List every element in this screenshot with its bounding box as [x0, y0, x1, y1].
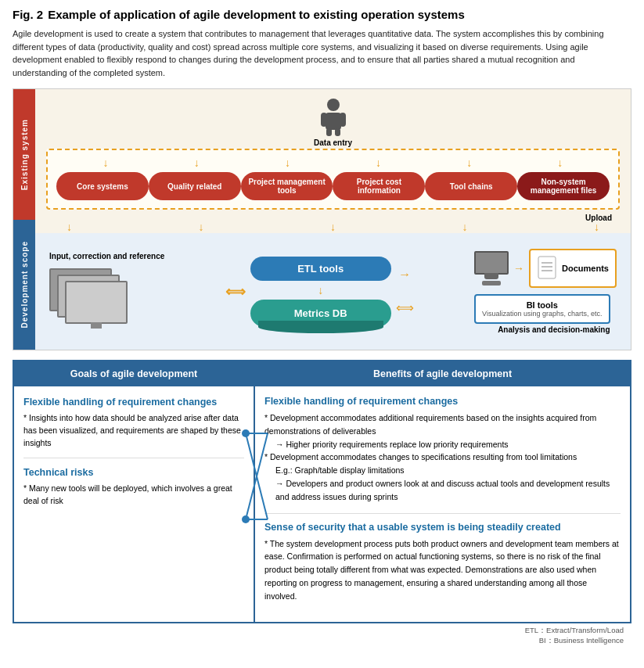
benefit-2-body: * The system development process puts bo… [264, 537, 621, 603]
benefit-item-1: Flexible handling of requirement changes… [264, 396, 621, 504]
benefits-body: Flexible handling of requirement changes… [255, 386, 630, 622]
svg-rect-1 [326, 113, 341, 130]
benefit-divider [264, 513, 621, 514]
upload-label: Upload [585, 214, 612, 222]
documents-box: Documents [529, 249, 617, 288]
figure-label: Fig. 2 [13, 8, 43, 21]
svg-rect-5 [335, 128, 340, 136]
figure-title: Fig. 2Example of application of agile de… [13, 8, 631, 21]
input-correction-label: Input, correction and reference [49, 252, 164, 260]
benefits-header: Benefits of agile development [255, 361, 630, 386]
non-system-box: Non-system management files [517, 172, 610, 200]
goal-1-title: Flexible handling of requirement changes [23, 396, 244, 408]
monitor-3 [65, 281, 128, 324]
benefit-1-line-4: E.g.: Graph/table display limitations [264, 464, 621, 477]
goal-1-body: * Insights into how data should be analy… [23, 412, 244, 449]
system-boxes-row: Core systems Quality related Project man… [52, 172, 613, 200]
person-icon [318, 97, 349, 136]
dev-scope-label: Development scope [13, 220, 35, 350]
benefit-1-line-1: * Development accommodates additional re… [264, 413, 596, 436]
two-panel: Goals of agile development Flexible hand… [13, 360, 631, 623]
benefit-2-title: Sense of security that a usable system i… [264, 522, 621, 533]
documents-label: Documents [562, 264, 609, 273]
diagram: Existing system Development scope [13, 88, 631, 350]
footnotes: ETL：Extract/Transform/Load BI：Business I… [13, 623, 631, 650]
footnote-1: ETL：Extract/Transform/Load [20, 626, 624, 636]
benefits-panel: Benefits of agile development Flexible h… [255, 360, 631, 623]
svg-rect-6 [538, 257, 556, 278]
goals-body: Flexible handling of requirement changes… [14, 386, 254, 516]
goal-item-2: Technical risks * Many new tools will be… [23, 466, 244, 508]
tool-chains-box: Tool chains [425, 172, 517, 200]
quality-related-box: Quality related [149, 172, 241, 200]
figure-description: Agile development is used to create a sy… [13, 27, 631, 79]
bi-tools-sub: Visualization using graphs, charts, etc. [482, 310, 602, 318]
monitors-stack [49, 268, 143, 331]
dev-right: → [474, 249, 617, 334]
benefit-1-body: * Development accommodates additional re… [264, 411, 621, 504]
bi-tools-box: BI tools Visualization using graphs, cha… [474, 294, 610, 324]
goal-divider [23, 458, 244, 458]
goal-2-body: * Many new tools will be deployed, which… [23, 483, 244, 508]
benefit-1-line-2: → Higher priority requirements replace l… [264, 438, 621, 451]
dev-content: Input, correction and reference ⟺ [43, 241, 623, 342]
footnote-2: BI：Business Intelligence [20, 636, 624, 646]
project-cost-box: Project cost information [333, 172, 425, 200]
benefit-item-2: Sense of security that a usable system i… [264, 522, 621, 603]
core-systems-box: Core systems [56, 172, 149, 200]
etl-box: ETL tools [250, 257, 391, 281]
goals-panel: Goals of agile development Flexible hand… [13, 360, 255, 623]
analysis-label: Analysis and decision-making [498, 325, 610, 334]
benefit-1-line-5: → Developers and product owners look at … [264, 477, 621, 504]
etl-db-center: ETL tools ↓ Metrics DB [250, 257, 391, 327]
data-entry-label: Data entry [314, 138, 352, 147]
dev-left: Input, correction and reference [49, 252, 164, 331]
goal-2-title: Technical risks [23, 466, 244, 479]
svg-rect-2 [321, 113, 327, 127]
document-icon [537, 255, 559, 280]
goal-item-1: Flexible handling of requirement changes… [23, 396, 244, 450]
bi-tools-label: BI tools [482, 300, 602, 310]
existing-system-section: Data entry ↓ ↓ ↓ ↓ ↓ ↓ Core syste [35, 89, 631, 233]
goals-header: Goals of agile development [14, 361, 254, 386]
dev-scope-section: Input, correction and reference ⟺ [35, 233, 631, 350]
side-labels: Existing system Development scope [13, 89, 35, 350]
project-mgmt-box: Project management tools [241, 172, 333, 200]
svg-rect-4 [326, 128, 332, 136]
benefit-1-line-3: * Development accommodates changes to sp… [264, 452, 577, 461]
benefit-1-title: Flexible handling of requirement changes [264, 396, 621, 407]
bottom-section: Goals of agile development Flexible hand… [13, 360, 631, 623]
svg-rect-3 [340, 113, 346, 127]
existing-system-label: Existing system [13, 89, 35, 220]
metrics-db-box: Metrics DB [250, 300, 391, 327]
svg-point-0 [327, 99, 340, 111]
